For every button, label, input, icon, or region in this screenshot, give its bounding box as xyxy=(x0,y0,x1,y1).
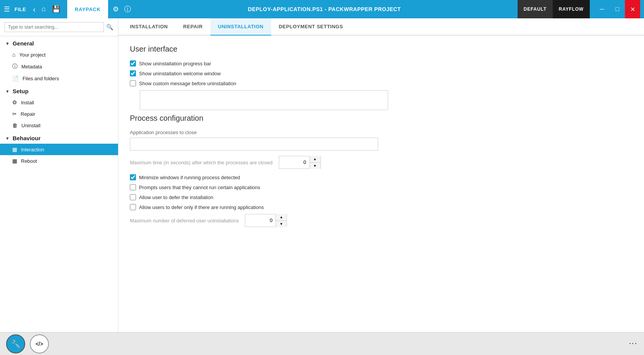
code-icon: </> xyxy=(36,341,43,347)
minimize-windows-label[interactable]: Minimize windows if running process dete… xyxy=(139,175,240,180)
window-title: DEPLOY-APPLICATION.PS1 - PACKWRAPPER PRO… xyxy=(136,6,513,12)
sidebar: 🔍 ▼ General ⌂ Your project ⓘ Metadata 📄 … xyxy=(0,18,118,332)
allow-defer-checkbox[interactable] xyxy=(130,194,136,200)
show-custom-msg-row: Show custom message before uninstallatio… xyxy=(130,80,633,86)
sidebar-item-uninstall[interactable]: 🗑 Uninstall xyxy=(0,120,118,131)
interaction-icon: ▦ xyxy=(12,146,17,152)
raypack-tab[interactable]: RAYPACK xyxy=(67,0,108,18)
max-time-increment-button[interactable]: ▲ xyxy=(310,156,320,163)
menu-icon[interactable]: ☰ xyxy=(4,5,10,13)
bottom-bar: 🔧 </> ⋮ xyxy=(0,332,644,355)
behaviour-label: Behaviour xyxy=(13,135,40,141)
show-progress-bar-checkbox[interactable] xyxy=(130,60,136,66)
content-area: INSTALLATION REPAIR UNINSTALLATION DEPLO… xyxy=(118,18,644,332)
max-deferred-spinner-buttons: ▲ ▼ xyxy=(276,214,286,227)
prompts-users-checkbox[interactable] xyxy=(130,184,136,190)
allow-defer-running-checkbox[interactable] xyxy=(130,204,136,210)
tab-deployment-settings[interactable]: DEPLOYMENT SETTINGS xyxy=(271,18,351,36)
reboot-icon: ▦ xyxy=(12,158,17,164)
show-progress-bar-label[interactable]: Show uninstallation progress bar xyxy=(130,60,211,66)
minimize-windows-row: Minimize windows if running process dete… xyxy=(130,174,633,180)
title-bar: ☰ FILE ‹ ⌂ 💾 RAYPACK ⚙ ⓘ DEPLOY-APPLICAT… xyxy=(0,0,644,18)
setup-arrow-icon: ▼ xyxy=(5,89,10,94)
minimize-button[interactable]: ─ xyxy=(594,0,610,18)
allow-defer-row: Allow user to defer the installation xyxy=(130,194,633,200)
code-button[interactable]: </> xyxy=(30,334,49,353)
sidebar-item-label: Files and folders xyxy=(23,76,59,81)
process-config-section-title: Process configuration xyxy=(130,114,633,123)
nav-buttons: ‹ ⌂ 💾 xyxy=(31,3,63,15)
max-time-field: Maximum time (in seconds) after which th… xyxy=(130,156,633,169)
default-mode-button[interactable]: DEFAULT xyxy=(518,0,553,18)
sidebar-group-general-header[interactable]: ▼ General xyxy=(0,36,118,49)
sidebar-item-label: Uninstall xyxy=(21,123,40,128)
back-button[interactable]: ‹ xyxy=(31,3,38,15)
tab-bar: INSTALLATION REPAIR UNINSTALLATION DEPLO… xyxy=(118,18,644,36)
minimize-windows-checkbox[interactable] xyxy=(130,174,136,180)
max-deferred-increment-button[interactable]: ▲ xyxy=(276,214,286,221)
mode-buttons: DEFAULT RAYFLOW xyxy=(518,0,590,18)
prompts-users-row: Prompts users that they cannot run certa… xyxy=(130,184,633,190)
maximize-button[interactable]: □ xyxy=(610,0,625,18)
close-button[interactable]: ✕ xyxy=(625,0,640,18)
show-progress-bar-row: Show uninstallation progress bar xyxy=(130,60,633,66)
sidebar-item-label: Your project xyxy=(19,52,45,58)
allow-defer-running-row: Allow users to defer only if there are r… xyxy=(130,204,633,210)
gear-icon[interactable]: ⚙ xyxy=(113,5,119,13)
rayflow-mode-button[interactable]: RAYFLOW xyxy=(553,0,590,18)
sidebar-group-behaviour: ▼ Behaviour ▦ Interaction ▦ Reboot xyxy=(0,131,118,167)
toolbar-icons: ⚙ ⓘ xyxy=(113,5,131,14)
user-interface-section-title: User interface xyxy=(130,45,633,53)
search-icon: 🔍 xyxy=(106,24,113,31)
max-deferred-spinner: 0 ▲ ▼ xyxy=(245,214,287,227)
sidebar-item-repair[interactable]: ✂ Repair xyxy=(0,108,118,120)
allow-defer-running-label[interactable]: Allow users to defer only if there are r… xyxy=(139,204,264,210)
tab-installation[interactable]: INSTALLATION xyxy=(122,18,175,36)
tab-repair[interactable]: REPAIR xyxy=(175,18,210,36)
wrench-button[interactable]: 🔧 xyxy=(6,334,25,353)
custom-message-textarea[interactable] xyxy=(140,90,388,110)
app-processes-input[interactable] xyxy=(130,138,378,151)
window-controls: ─ □ ✕ xyxy=(594,0,640,18)
max-time-label: Maximum time (in seconds) after which th… xyxy=(130,160,273,165)
search-input[interactable] xyxy=(5,22,104,32)
bottom-right: ⋮ xyxy=(628,339,638,349)
max-deferred-decrement-button[interactable]: ▼ xyxy=(276,221,286,227)
main-layout: 🔍 ▼ General ⌂ Your project ⓘ Metadata 📄 … xyxy=(0,18,644,332)
search-box: 🔍 xyxy=(0,18,118,36)
sidebar-item-label: Reboot xyxy=(21,158,37,164)
show-welcome-checkbox[interactable] xyxy=(130,70,136,76)
file-menu[interactable]: FILE xyxy=(15,6,26,12)
max-time-decrement-button[interactable]: ▼ xyxy=(310,163,320,169)
sidebar-group-behaviour-header[interactable]: ▼ Behaviour xyxy=(0,131,118,144)
behaviour-arrow-icon: ▼ xyxy=(5,136,10,141)
tab-uninstallation[interactable]: UNINSTALLATION xyxy=(210,18,271,36)
sidebar-item-reboot[interactable]: ▦ Reboot xyxy=(0,155,118,167)
sidebar-item-interaction[interactable]: ▦ Interaction xyxy=(0,144,118,155)
show-custom-msg-label[interactable]: Show custom message before uninstallatio… xyxy=(130,80,236,86)
allow-defer-label[interactable]: Allow user to defer the installation xyxy=(139,195,213,200)
save-button[interactable]: 💾 xyxy=(50,3,63,15)
info-icon: ⓘ xyxy=(12,63,18,70)
sidebar-item-your-project[interactable]: ⌂ Your project xyxy=(0,49,118,60)
show-welcome-label[interactable]: Show uninstallation welcome window xyxy=(130,70,221,76)
sidebar-item-label: Metadata xyxy=(21,64,42,70)
sidebar-group-setup: ▼ Setup ⚙ Install ✂ Repair 🗑 Uninstall xyxy=(0,84,118,131)
home-icon: ⌂ xyxy=(12,52,15,58)
sidebar-group-general: ▼ General ⌂ Your project ⓘ Metadata 📄 Fi… xyxy=(0,36,118,84)
sidebar-item-install[interactable]: ⚙ Install xyxy=(0,97,118,108)
prompts-users-label[interactable]: Prompts users that they cannot run certa… xyxy=(139,185,260,190)
setup-label: Setup xyxy=(13,88,29,94)
bottom-left-buttons: 🔧 </> xyxy=(6,334,49,353)
home-button[interactable]: ⌂ xyxy=(39,3,48,15)
max-deferred-value: 0 xyxy=(245,214,276,227)
show-welcome-row: Show uninstallation welcome window xyxy=(130,70,633,76)
wrench-icon: 🔧 xyxy=(11,339,21,349)
install-icon: ⚙ xyxy=(12,99,17,105)
info-icon[interactable]: ⓘ xyxy=(124,5,131,14)
sidebar-group-setup-header[interactable]: ▼ Setup xyxy=(0,84,118,97)
sidebar-item-files-and-folders[interactable]: 📄 Files and folders xyxy=(0,73,118,84)
show-custom-msg-checkbox[interactable] xyxy=(130,80,136,86)
more-options-icon[interactable]: ⋮ xyxy=(628,339,638,349)
sidebar-item-metadata[interactable]: ⓘ Metadata xyxy=(0,60,118,73)
